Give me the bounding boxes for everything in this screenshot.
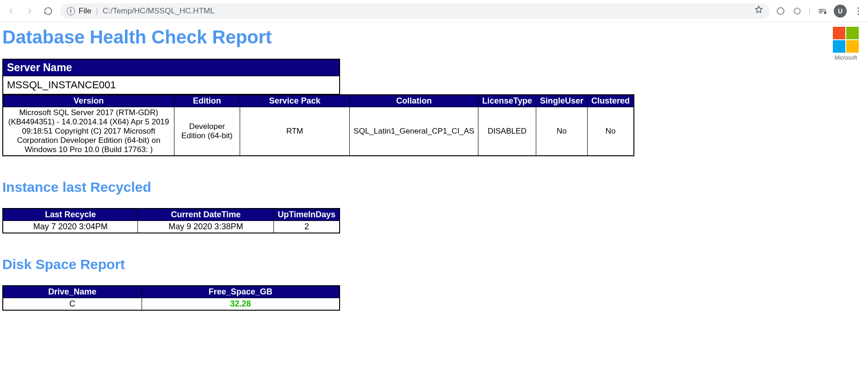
col-collation: Collation [350, 95, 478, 107]
page-content: Microsoft Database Health Check Report S… [0, 22, 868, 329]
svg-point-0 [777, 7, 784, 14]
table-row: C 32.28 [3, 298, 340, 311]
col-version: Version [3, 95, 174, 107]
col-clustered: Clustered [587, 95, 634, 107]
browser-toolbar: i File | C:/Temp/HC/MSSQL_HC.HTML | U [0, 0, 868, 22]
page-title: Database Health Check Report [2, 27, 866, 48]
bookmark-star-icon[interactable] [754, 5, 763, 17]
cell-service-pack: RTM [240, 107, 350, 156]
col-single-user: SingleUser [536, 95, 587, 107]
col-uptime: UpTimeInDays [274, 208, 340, 221]
svg-point-3 [858, 7, 859, 9]
recycle-table: Last Recycle Current DateTime UpTimeInDa… [2, 208, 340, 233]
reload-button[interactable] [42, 5, 55, 18]
cell-last-recycle: May 7 2020 3:04PM [3, 221, 138, 233]
cell-license-type: DISABLED [478, 107, 536, 156]
svg-point-5 [858, 13, 859, 14]
address-bar[interactable]: i File | C:/Temp/HC/MSSQL_HC.HTML [60, 3, 770, 19]
microsoft-logo-icon [833, 27, 859, 53]
server-name-value: MSSQL_INSTANCE001 [3, 76, 340, 95]
cell-edition: Developer Edition (64-bit) [174, 107, 240, 156]
col-service-pack: Service Pack [240, 95, 350, 107]
extension-icon-2[interactable] [792, 6, 802, 16]
col-license-type: LicenseType [478, 95, 536, 107]
cell-single-user: No [536, 107, 587, 156]
cell-clustered: No [587, 107, 634, 156]
col-current-datetime: Current DateTime [138, 208, 274, 221]
cell-current-datetime: May 9 2020 3:38PM [138, 221, 274, 233]
kebab-menu-icon[interactable] [853, 6, 863, 16]
section-title-disk: Disk Space Report [2, 257, 866, 272]
extension-icon-1[interactable] [775, 6, 786, 16]
forward-button[interactable] [23, 5, 36, 18]
profile-avatar[interactable]: U [834, 5, 847, 18]
cell-uptime: 2 [274, 221, 340, 233]
server-name-header: Server Name [3, 59, 340, 76]
table-row: May 7 2020 3:04PM May 9 2020 3:38PM 2 [3, 221, 340, 233]
svg-point-2 [825, 12, 826, 13]
back-button[interactable] [5, 5, 18, 18]
svg-point-4 [858, 10, 859, 12]
cell-collation: SQL_Latin1_General_CP1_CI_AS [350, 107, 478, 156]
microsoft-logo-label: Microsoft [833, 55, 859, 61]
section-title-recycle: Instance last Recycled [2, 179, 866, 195]
cell-free-space: 32.28 [142, 298, 340, 311]
details-table: Version Edition Service Pack Collation L… [2, 94, 634, 156]
cell-version: Microsoft SQL Server 2017 (RTM-GDR) (KB4… [3, 107, 174, 156]
url-separator: | [96, 6, 98, 16]
disk-table: Drive_Name Free_Space_GB C 32.28 [2, 285, 340, 311]
cell-drive-name: C [3, 298, 142, 311]
url-path: C:/Temp/HC/MSSQL_HC.HTML [103, 6, 215, 16]
svg-point-1 [794, 8, 800, 14]
microsoft-logo: Microsoft [833, 27, 859, 61]
server-name-table: Server Name MSSQL_INSTANCE001 [2, 59, 340, 95]
info-icon: i [67, 7, 75, 15]
col-last-recycle: Last Recycle [3, 208, 138, 221]
col-edition: Edition [174, 95, 240, 107]
table-row: Microsoft SQL Server 2017 (RTM-GDR) (KB4… [3, 107, 634, 156]
url-scheme-label: File [79, 6, 91, 16]
media-control-icon[interactable] [817, 6, 827, 16]
col-free-space: Free_Space_GB [142, 286, 340, 298]
col-drive-name: Drive_Name [3, 286, 142, 298]
